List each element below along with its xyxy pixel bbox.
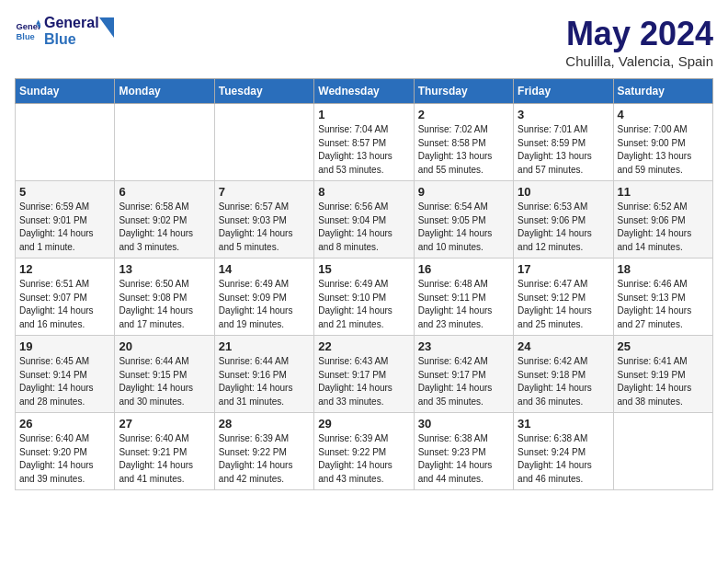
day-info: Sunrise: 6:59 AM Sunset: 9:01 PM Dayligh… xyxy=(19,201,110,254)
day-cell: 17Sunrise: 6:47 AM Sunset: 9:12 PM Dayli… xyxy=(514,259,613,336)
day-info: Sunrise: 6:47 AM Sunset: 9:12 PM Dayligh… xyxy=(518,278,609,331)
svg-text:Blue: Blue xyxy=(17,31,35,40)
day-cell: 22Sunrise: 6:43 AM Sunset: 9:17 PM Dayli… xyxy=(314,336,414,413)
day-number: 22 xyxy=(318,339,409,353)
logo-icon: General Blue xyxy=(15,18,40,44)
day-info: Sunrise: 6:42 AM Sunset: 9:18 PM Dayligh… xyxy=(518,355,609,408)
day-cell xyxy=(613,413,712,490)
col-header-tuesday: Tuesday xyxy=(214,79,313,104)
day-number: 21 xyxy=(219,339,310,353)
day-cell: 27Sunrise: 6:40 AM Sunset: 9:21 PM Dayli… xyxy=(115,413,214,490)
header: General Blue General Blue May 2024 Chuli… xyxy=(15,15,713,69)
day-cell xyxy=(115,104,214,181)
logo-arrow-icon xyxy=(99,17,114,38)
day-cell: 5Sunrise: 6:59 AM Sunset: 9:01 PM Daylig… xyxy=(16,181,115,259)
day-info: Sunrise: 6:42 AM Sunset: 9:17 PM Dayligh… xyxy=(418,355,509,408)
day-number: 14 xyxy=(219,262,310,276)
day-info: Sunrise: 6:49 AM Sunset: 9:09 PM Dayligh… xyxy=(219,278,310,331)
day-info: Sunrise: 6:56 AM Sunset: 9:04 PM Dayligh… xyxy=(318,201,409,254)
day-info: Sunrise: 6:57 AM Sunset: 9:03 PM Dayligh… xyxy=(219,201,310,254)
col-header-sunday: Sunday xyxy=(16,79,115,104)
day-cell: 20Sunrise: 6:44 AM Sunset: 9:15 PM Dayli… xyxy=(115,336,214,413)
day-info: Sunrise: 6:44 AM Sunset: 9:16 PM Dayligh… xyxy=(219,355,310,408)
day-number: 3 xyxy=(518,108,609,121)
week-row-1: 1Sunrise: 7:04 AM Sunset: 8:57 PM Daylig… xyxy=(16,104,713,181)
day-cell: 26Sunrise: 6:40 AM Sunset: 9:20 PM Dayli… xyxy=(16,413,115,490)
day-cell: 13Sunrise: 6:50 AM Sunset: 9:08 PM Dayli… xyxy=(115,259,214,336)
day-cell: 23Sunrise: 6:42 AM Sunset: 9:17 PM Dayli… xyxy=(414,336,513,413)
day-cell: 11Sunrise: 6:52 AM Sunset: 9:06 PM Dayli… xyxy=(613,181,712,259)
day-number: 28 xyxy=(219,417,310,431)
subtitle: Chulilla, Valencia, Spain xyxy=(565,53,713,69)
day-cell: 25Sunrise: 6:41 AM Sunset: 9:19 PM Dayli… xyxy=(613,336,712,413)
day-cell: 2Sunrise: 7:02 AM Sunset: 8:58 PM Daylig… xyxy=(414,104,513,181)
day-cell: 24Sunrise: 6:42 AM Sunset: 9:18 PM Dayli… xyxy=(514,336,613,413)
day-info: Sunrise: 6:39 AM Sunset: 9:22 PM Dayligh… xyxy=(219,432,310,486)
col-header-saturday: Saturday xyxy=(613,79,712,104)
day-info: Sunrise: 6:54 AM Sunset: 9:05 PM Dayligh… xyxy=(418,201,509,254)
day-info: Sunrise: 6:51 AM Sunset: 9:07 PM Dayligh… xyxy=(19,278,110,331)
day-number: 23 xyxy=(418,339,509,353)
col-header-wednesday: Wednesday xyxy=(314,79,414,104)
day-cell: 9Sunrise: 6:54 AM Sunset: 9:05 PM Daylig… xyxy=(414,181,513,259)
day-number: 29 xyxy=(318,417,409,431)
day-number: 19 xyxy=(19,339,110,353)
day-cell: 8Sunrise: 6:56 AM Sunset: 9:04 PM Daylig… xyxy=(314,181,414,259)
day-cell: 29Sunrise: 6:39 AM Sunset: 9:22 PM Dayli… xyxy=(314,413,414,490)
day-cell: 12Sunrise: 6:51 AM Sunset: 9:07 PM Dayli… xyxy=(16,259,115,336)
header-row: SundayMondayTuesdayWednesdayThursdayFrid… xyxy=(16,79,713,104)
week-row-5: 26Sunrise: 6:40 AM Sunset: 9:20 PM Dayli… xyxy=(16,413,713,490)
day-info: Sunrise: 6:41 AM Sunset: 9:19 PM Dayligh… xyxy=(618,355,709,408)
day-number: 17 xyxy=(518,262,609,276)
day-number: 13 xyxy=(119,262,210,276)
day-number: 5 xyxy=(19,185,110,199)
day-number: 1 xyxy=(318,108,409,121)
col-header-monday: Monday xyxy=(115,79,214,104)
day-number: 16 xyxy=(418,262,509,276)
day-info: Sunrise: 7:00 AM Sunset: 9:00 PM Dayligh… xyxy=(618,123,709,177)
day-info: Sunrise: 6:44 AM Sunset: 9:15 PM Dayligh… xyxy=(119,355,210,408)
day-number: 11 xyxy=(618,185,709,199)
day-number: 30 xyxy=(418,417,509,431)
day-info: Sunrise: 6:48 AM Sunset: 9:11 PM Dayligh… xyxy=(418,278,509,331)
day-number: 31 xyxy=(518,417,609,431)
day-number: 4 xyxy=(618,108,709,121)
day-cell: 14Sunrise: 6:49 AM Sunset: 9:09 PM Dayli… xyxy=(214,259,313,336)
calendar-table: SundayMondayTuesdayWednesdayThursdayFrid… xyxy=(15,78,713,490)
day-number: 25 xyxy=(618,339,709,353)
day-number: 8 xyxy=(318,185,409,199)
logo-line1: General xyxy=(44,15,99,31)
day-number: 12 xyxy=(19,262,110,276)
day-cell: 3Sunrise: 7:01 AM Sunset: 8:59 PM Daylig… xyxy=(514,104,613,181)
day-number: 2 xyxy=(418,108,509,121)
day-info: Sunrise: 6:53 AM Sunset: 9:06 PM Dayligh… xyxy=(518,201,609,254)
main-title: May 2024 xyxy=(565,15,713,53)
day-info: Sunrise: 6:49 AM Sunset: 9:10 PM Dayligh… xyxy=(318,278,409,331)
col-header-thursday: Thursday xyxy=(414,79,513,104)
day-info: Sunrise: 6:39 AM Sunset: 9:22 PM Dayligh… xyxy=(318,432,409,486)
day-info: Sunrise: 6:50 AM Sunset: 9:08 PM Dayligh… xyxy=(119,278,210,331)
day-cell: 1Sunrise: 7:04 AM Sunset: 8:57 PM Daylig… xyxy=(314,104,414,181)
day-number: 24 xyxy=(518,339,609,353)
day-number: 18 xyxy=(618,262,709,276)
day-number: 7 xyxy=(219,185,310,199)
day-info: Sunrise: 7:01 AM Sunset: 8:59 PM Dayligh… xyxy=(518,123,609,177)
week-row-4: 19Sunrise: 6:45 AM Sunset: 9:14 PM Dayli… xyxy=(16,336,713,413)
day-cell: 18Sunrise: 6:46 AM Sunset: 9:13 PM Dayli… xyxy=(613,259,712,336)
day-cell: 28Sunrise: 6:39 AM Sunset: 9:22 PM Dayli… xyxy=(214,413,313,490)
day-cell: 10Sunrise: 6:53 AM Sunset: 9:06 PM Dayli… xyxy=(514,181,613,259)
col-header-friday: Friday xyxy=(514,79,613,104)
day-cell: 6Sunrise: 6:58 AM Sunset: 9:02 PM Daylig… xyxy=(115,181,214,259)
day-number: 10 xyxy=(518,185,609,199)
week-row-3: 12Sunrise: 6:51 AM Sunset: 9:07 PM Dayli… xyxy=(16,259,713,336)
day-info: Sunrise: 6:38 AM Sunset: 9:24 PM Dayligh… xyxy=(518,432,609,486)
day-number: 26 xyxy=(19,417,110,431)
logo: General Blue General Blue xyxy=(15,15,114,47)
day-info: Sunrise: 6:40 AM Sunset: 9:20 PM Dayligh… xyxy=(19,432,110,486)
svg-marker-4 xyxy=(99,17,114,38)
day-number: 15 xyxy=(318,262,409,276)
day-info: Sunrise: 6:45 AM Sunset: 9:14 PM Dayligh… xyxy=(19,355,110,408)
day-cell: 15Sunrise: 6:49 AM Sunset: 9:10 PM Dayli… xyxy=(314,259,414,336)
day-cell xyxy=(16,104,115,181)
day-info: Sunrise: 6:40 AM Sunset: 9:21 PM Dayligh… xyxy=(119,432,210,486)
